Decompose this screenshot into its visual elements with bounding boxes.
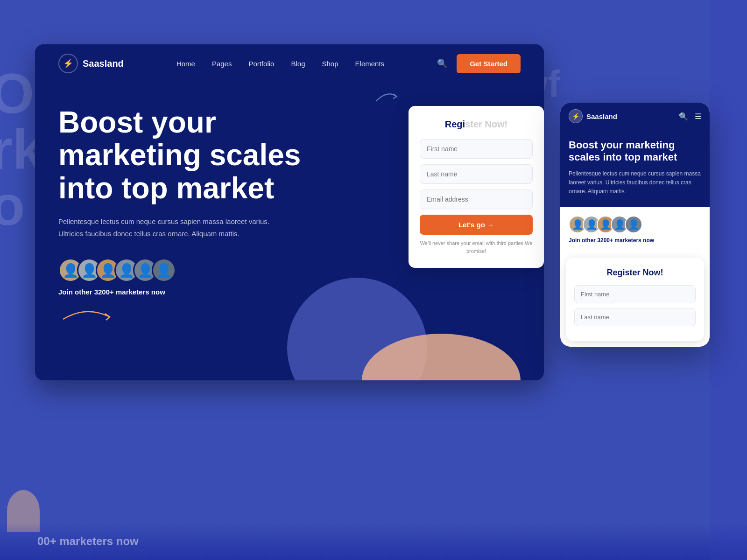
mobile-hero-desc: Pellentesque lectus cum neque cursus sap… (569, 169, 701, 196)
nav-link-portfolio[interactable]: Portfolio (248, 60, 274, 68)
desktop-hero: Boost your marketing scales into top mar… (35, 83, 544, 326)
mobile-logo-icon: ⚡ (569, 109, 583, 123)
join-text-desktop: Join other 3200+ marketers now (58, 288, 320, 296)
reg-card-title: Register Now! (420, 119, 533, 130)
mobile-hero: Boost your marketing scales into top mar… (560, 130, 710, 207)
desktop-nav-links: Home Pages Portfolio Blog Shop Elements (176, 60, 384, 68)
mobile-nav: ⚡ Saasland 🔍 ☰ (560, 103, 710, 130)
desktop-logo-name: Saasland (83, 58, 124, 69)
arrow-top-svg (371, 87, 399, 106)
mobile-reg-title: Register Now! (574, 268, 696, 278)
mobile-logo-name: Saasland (586, 112, 617, 120)
avatars-row: 👤 👤 👤 👤 👤 👤 (58, 258, 320, 282)
mobile-avatar-5: 👤 (625, 216, 642, 233)
lets-go-button-desktop[interactable]: Let's go → (420, 215, 533, 235)
bottom-bar: 00+ marketers now (0, 523, 747, 560)
desktop-logo-icon: ⚡ (58, 54, 78, 73)
nav-right: 🔍 Get Started (437, 54, 521, 73)
mobile-menu-icon[interactable]: ☰ (695, 112, 701, 121)
arrow-decoration (58, 301, 320, 326)
mobile-avatars: 👤 👤 👤 👤 👤 (569, 216, 701, 233)
arrow-top-deco (371, 87, 399, 108)
mobile-content: 👤 👤 👤 👤 👤 Join other 3200+ marketers now (560, 207, 710, 252)
bottom-text: 00+ marketers now (37, 535, 139, 548)
mobile-nav-icons: 🔍 ☰ (679, 112, 701, 121)
nav-link-pages[interactable]: Pages (212, 60, 232, 68)
desktop-nav: ⚡ Saasland Home Pages Portfolio Blog Sho… (35, 44, 544, 83)
mobile-search-icon[interactable]: 🔍 (679, 112, 688, 121)
mobile-join-text: Join other 3200+ marketers now (569, 237, 701, 244)
email-input-desktop[interactable] (420, 189, 533, 209)
nav-link-blog[interactable]: Blog (291, 60, 305, 68)
mobile-hero-title: Boost your marketing scales into top mar… (569, 139, 701, 164)
arrow-svg (58, 301, 114, 324)
lastname-input-mobile[interactable] (574, 308, 696, 326)
right-blur-overlay (710, 0, 747, 560)
hero-title: Boost your marketing scales into top mar… (58, 106, 320, 204)
search-icon[interactable]: 🔍 (437, 58, 447, 69)
firstname-input-desktop[interactable] (420, 139, 533, 159)
avatar-6: 👤 (152, 258, 176, 282)
firstname-input-mobile[interactable] (574, 285, 696, 303)
nav-link-shop[interactable]: Shop (322, 60, 338, 68)
hero-left: Boost your marketing scales into top mar… (58, 106, 320, 326)
nav-link-elements[interactable]: Elements (355, 60, 385, 68)
get-started-button[interactable]: Get Started (457, 54, 521, 73)
lastname-input-desktop[interactable] (420, 164, 533, 184)
nav-link-home[interactable]: Home (176, 60, 195, 68)
mobile-logo-area: ⚡ Saasland (569, 109, 617, 123)
privacy-text-desktop: We'll never share your email with third … (420, 239, 533, 255)
desktop-card: ⚡ Saasland Home Pages Portfolio Blog Sho… (35, 44, 544, 380)
mobile-register-card: Register Now! (566, 258, 704, 341)
register-card-desktop: Register Now! Let's go → We'll never sha… (409, 106, 544, 268)
hero-desc: Pellentesque lectus cum neque cursus sap… (58, 216, 282, 239)
mobile-card: ⚡ Saasland 🔍 ☰ Boost your marketing scal… (560, 103, 710, 347)
desktop-logo-area: ⚡ Saasland (58, 54, 124, 73)
